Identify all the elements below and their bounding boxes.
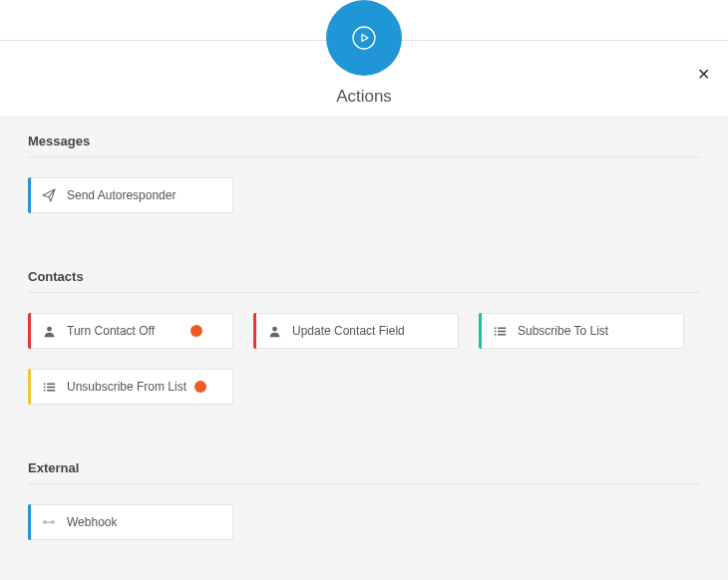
section-title-external: External — [28, 444, 700, 484]
list-icon — [492, 325, 508, 338]
cards-row-external: Webhook — [28, 504, 700, 540]
svg-rect-13 — [43, 389, 45, 391]
card-label: Update Contact Field — [292, 324, 458, 338]
actions-circle-icon — [326, 0, 402, 76]
card-label: Webhook — [67, 515, 232, 529]
svg-rect-7 — [494, 333, 496, 335]
card-subscribe-to-list[interactable]: Subscribe To List — [479, 313, 684, 349]
svg-point-15 — [44, 521, 47, 524]
card-label: Send Autoresponder — [67, 188, 232, 202]
card-webhook[interactable]: Webhook — [28, 504, 233, 540]
svg-point-1 — [47, 326, 52, 331]
card-update-contact-field[interactable]: Update Contact Field — [253, 313, 459, 349]
card-accent — [28, 369, 31, 405]
card-accent — [253, 313, 256, 349]
svg-rect-12 — [47, 386, 55, 388]
paper-plane-icon — [41, 188, 57, 202]
card-send-autoresponder[interactable]: Send Autoresponder — [28, 177, 233, 213]
card-accent — [28, 504, 31, 540]
content-scroll[interactable]: Messages Send Autoresponder Contacts Tur… — [0, 118, 728, 580]
card-turn-contact-off[interactable]: Turn Contact Off — [28, 313, 233, 349]
card-label: Unsubscribe From List — [67, 380, 186, 394]
card-accent — [28, 177, 31, 213]
user-icon — [41, 325, 57, 338]
svg-point-2 — [272, 326, 277, 331]
svg-rect-11 — [43, 386, 45, 388]
section-title-contacts: Contacts — [28, 253, 700, 293]
page-title: Actions — [336, 87, 392, 107]
svg-rect-14 — [47, 389, 55, 391]
cards-row-contacts: Turn Contact Off Update Contact Field Su… — [28, 313, 700, 405]
close-button[interactable]: ✕ — [697, 67, 710, 83]
webhook-icon — [41, 517, 57, 527]
svg-point-0 — [353, 27, 375, 49]
cards-row-messages: Send Autoresponder — [28, 177, 700, 213]
svg-rect-8 — [498, 333, 506, 335]
list-icon — [41, 381, 57, 394]
svg-rect-5 — [494, 330, 496, 332]
svg-rect-6 — [498, 330, 506, 332]
card-accent — [28, 313, 31, 349]
card-accent — [479, 313, 482, 349]
svg-rect-3 — [494, 327, 496, 329]
svg-rect-10 — [47, 383, 55, 385]
section-title-messages: Messages — [28, 118, 700, 157]
content: Messages Send Autoresponder Contacts Tur… — [0, 118, 728, 580]
close-icon: ✕ — [697, 66, 710, 83]
svg-rect-9 — [43, 383, 45, 385]
user-icon — [266, 325, 282, 338]
card-unsubscribe-from-list[interactable]: Unsubscribe From List — [28, 369, 233, 405]
indicator-dot — [190, 325, 202, 337]
card-label: Subscribe To List — [518, 324, 683, 338]
indicator-dot — [194, 381, 206, 393]
svg-point-16 — [52, 521, 55, 524]
card-label: Turn Contact Off — [67, 324, 182, 338]
svg-rect-4 — [498, 327, 506, 329]
